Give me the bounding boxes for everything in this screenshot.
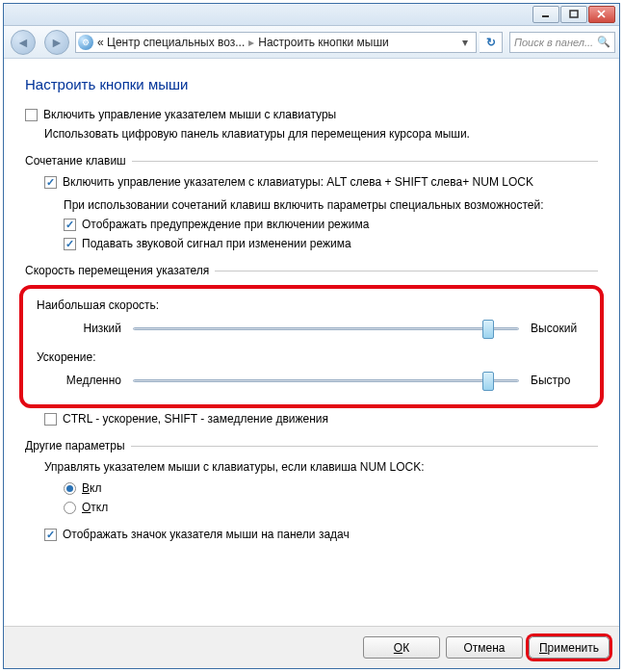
shortcut-group: Сочетание клавиш Включить управление ука… <box>25 154 598 250</box>
enable-shortcut-label: Включить управление указателем с клавиат… <box>63 175 533 189</box>
breadcrumb-part1[interactable]: Центр специальных воз... <box>107 36 245 49</box>
group-divider <box>131 446 598 447</box>
address-bar[interactable]: ⚙ « Центр специальных воз... ▸ Настроить… <box>75 32 477 53</box>
other-params-group: Другие параметры Управлять указателем мы… <box>25 439 598 541</box>
ok-button[interactable]: ОК <box>363 636 440 659</box>
numlock-desc: Управлять указателем мыши с клавиатуры, … <box>44 460 598 474</box>
group-divider <box>215 271 598 271</box>
top-speed-label: Наибольшая скорость: <box>37 298 586 312</box>
enable-mousekeys-row: Включить управление указателем мыши с кл… <box>25 108 598 121</box>
maximize-button[interactable] <box>560 6 587 23</box>
shortcut-group-title: Сочетание клавиш <box>25 154 132 168</box>
top-speed-row: Низкий Высокий <box>37 320 586 337</box>
content-area: Настроить кнопки мыши Включить управлени… <box>4 59 619 626</box>
close-button[interactable] <box>588 6 615 23</box>
pointer-speed-title: Скорость перемещения указателя <box>25 264 215 277</box>
slider-thumb[interactable] <box>482 320 494 339</box>
numlock-on-label: Вкл <box>82 481 101 495</box>
nav-back-button[interactable]: ◄ <box>8 27 39 58</box>
show-tray-icon-checkbox[interactable] <box>44 529 57 541</box>
enable-mousekeys-checkbox[interactable] <box>25 109 38 121</box>
ctrl-shift-label: CTRL - ускорение, SHIFT - замедление дви… <box>63 412 328 426</box>
search-input[interactable]: Поиск в панел... 🔍 <box>509 32 615 53</box>
accel-slider[interactable] <box>133 372 519 389</box>
navigation-bar: ◄ ► ⚙ « Центр специальных воз... ▸ Настр… <box>4 26 619 59</box>
nav-forward-button[interactable]: ► <box>41 27 72 58</box>
apply-button[interactable]: Применить <box>529 636 610 659</box>
refresh-button[interactable]: ↻ <box>480 32 503 53</box>
slider-thumb[interactable] <box>482 372 494 391</box>
play-sound-label: Подавать звуковой сигнал при изменении р… <box>82 237 351 250</box>
top-speed-high: Высокий <box>519 322 586 335</box>
search-icon: 🔍 <box>597 36 610 48</box>
ctrl-shift-checkbox[interactable] <box>44 413 57 426</box>
titlebar[interactable] <box>4 4 619 26</box>
play-sound-checkbox[interactable] <box>64 238 76 250</box>
top-speed-slider[interactable] <box>133 320 519 337</box>
top-speed-low: Низкий <box>37 322 133 335</box>
group-divider <box>132 161 598 162</box>
control-panel-icon: ⚙ <box>78 35 93 50</box>
numlock-off-radio[interactable] <box>64 502 76 514</box>
accel-slow: Медленно <box>37 374 133 387</box>
accel-row: Медленно Быстро <box>37 372 586 389</box>
minimize-button[interactable] <box>532 6 559 23</box>
enable-shortcut-checkbox[interactable] <box>44 176 57 189</box>
page-title: Настроить кнопки мыши <box>25 76 598 92</box>
shortcut-options-desc: При использовании сочетаний клавиш включ… <box>64 198 598 212</box>
breadcrumb-prefix: « <box>97 36 104 49</box>
breadcrumb-separator-icon: ▸ <box>248 36 254 49</box>
numlock-off-label: Откл <box>82 501 108 514</box>
show-warning-checkbox[interactable] <box>64 219 76 231</box>
breadcrumb-part2[interactable]: Настроить кнопки мыши <box>258 36 389 49</box>
accel-label: Ускорение: <box>37 350 586 364</box>
button-bar: ОК Отмена Применить <box>4 626 619 668</box>
window-frame: ◄ ► ⚙ « Центр специальных воз... ▸ Настр… <box>3 3 620 669</box>
show-tray-icon-label: Отображать значок указателя мыши на пане… <box>63 528 350 541</box>
cancel-button[interactable]: Отмена <box>446 636 523 659</box>
accel-fast: Быстро <box>519 374 586 387</box>
enable-mousekeys-label: Включить управление указателем мыши с кл… <box>43 108 336 121</box>
svg-rect-1 <box>570 11 578 17</box>
other-params-title: Другие параметры <box>25 439 131 452</box>
show-warning-label: Отображать предупреждение при включении … <box>82 218 369 231</box>
highlight-box: Наибольшая скорость: Низкий Высокий Уско… <box>19 285 604 408</box>
search-placeholder: Поиск в панел... <box>514 37 593 48</box>
pointer-speed-group: Скорость перемещения указателя Наибольша… <box>25 264 598 426</box>
address-dropdown-icon[interactable]: ▾ <box>456 36 474 49</box>
mousekeys-description: Использовать цифровую панель клавиатуры … <box>44 127 598 141</box>
numlock-on-radio[interactable] <box>64 482 76 495</box>
